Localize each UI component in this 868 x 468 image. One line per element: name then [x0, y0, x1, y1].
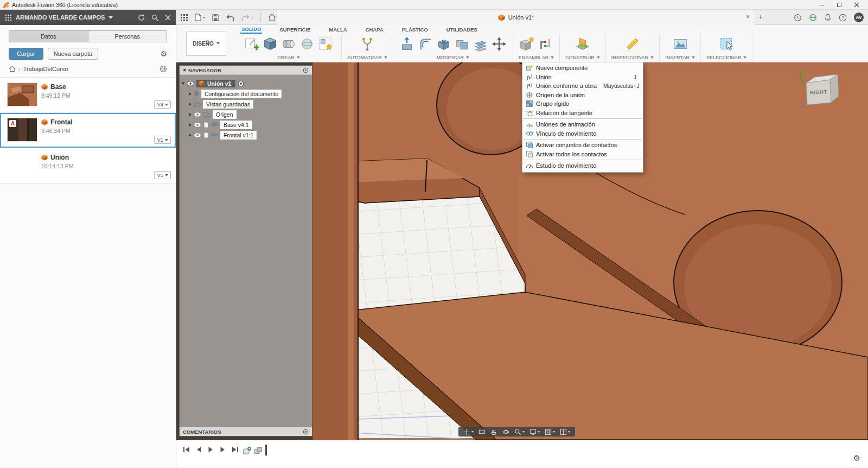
navigator-row-doc-settings[interactable]: ⚙ Configuración del documento: [182, 88, 310, 99]
team-caret-icon[interactable]: [108, 16, 113, 19]
viewport[interactable]: RIGHT NAVEGADOR Unión v1: [176, 62, 868, 440]
select-icon[interactable]: [718, 35, 735, 53]
document-card-frontal[interactable]: A Frontal 9:46:34 PM V1: [0, 113, 176, 148]
team-name[interactable]: ARMANDO VELARDE CAMPOS: [16, 14, 105, 21]
create-pattern-icon[interactable]: [317, 35, 334, 53]
visibility-eye-icon[interactable]: [194, 112, 201, 117]
menu-item-activar-todos[interactable]: Activar todos los contactos: [522, 150, 643, 159]
home-icon[interactable]: [9, 66, 16, 72]
shell-icon[interactable]: [436, 35, 452, 53]
menu-item-origen-union[interactable]: Origen de la unión: [522, 91, 643, 100]
minimize-button[interactable]: [813, 0, 831, 9]
insert-image-icon[interactable]: [672, 35, 688, 53]
version-chip[interactable]: V1: [154, 136, 171, 144]
automate-icon[interactable]: [359, 35, 375, 53]
menu-item-activar-conjuntos[interactable]: Activar conjuntos de contactos: [522, 141, 643, 150]
close-button[interactable]: [848, 0, 865, 9]
expand-caret-icon[interactable]: [189, 134, 192, 137]
group-label-modificar[interactable]: MODIFICAR: [436, 55, 469, 60]
dock-toolbar-button[interactable]: [463, 428, 474, 435]
version-chip[interactable]: V4: [154, 100, 171, 109]
group-label-ensamblar[interactable]: ENSAMBLAR: [519, 55, 554, 60]
fillet-icon[interactable]: [417, 35, 433, 53]
navigator-root-row[interactable]: Unión v1: [182, 78, 310, 88]
draft-icon[interactable]: [473, 35, 489, 53]
display-settings-button[interactable]: [529, 428, 540, 435]
skip-to-start-button[interactable]: [183, 446, 190, 453]
upload-button[interactable]: Cargar: [9, 48, 43, 60]
menu-item-vinculo-movimiento[interactable]: Vínculo de movimiento: [522, 129, 643, 138]
expand-caret-icon[interactable]: [189, 113, 192, 116]
version-chip[interactable]: V1: [154, 171, 171, 179]
press-pull-icon[interactable]: [399, 35, 415, 53]
globe-icon[interactable]: [159, 65, 167, 73]
expand-caret-icon[interactable]: [189, 123, 192, 127]
collapse-panel-icon[interactable]: [183, 68, 186, 72]
group-label-automatizar[interactable]: AUTOMATIZAR: [347, 55, 387, 60]
notifications-bell-icon[interactable]: [824, 14, 832, 22]
document-card-union[interactable]: Unión 10:14:13 PM V1: [0, 148, 176, 184]
construct-plane-icon[interactable]: [575, 35, 591, 53]
breadcrumb-folder[interactable]: TrabajoDelCurso: [23, 66, 68, 72]
step-back-button[interactable]: [196, 446, 202, 453]
create-sketch-icon[interactable]: [244, 35, 260, 53]
history-clock-icon[interactable]: [794, 14, 802, 22]
combine-icon[interactable]: [454, 35, 470, 53]
menu-item-relacion-tangente[interactable]: Relación de tangente: [522, 109, 643, 118]
tab-close-icon[interactable]: ×: [746, 13, 750, 21]
visibility-eye-icon[interactable]: [187, 81, 194, 86]
workspace-selector[interactable]: DISEÑO: [186, 31, 226, 56]
navigator-header[interactable]: NAVEGADOR: [180, 66, 312, 75]
redo-button[interactable]: [241, 14, 253, 21]
new-folder-button[interactable]: Nueva carpeta: [48, 48, 99, 60]
move-copy-icon[interactable]: [491, 35, 507, 53]
menu-item-union[interactable]: UniónJ: [522, 73, 643, 82]
menu-item-grupo-rigido[interactable]: Grupo rígido: [522, 99, 643, 109]
document-tab[interactable]: Unión v1* ×: [277, 10, 755, 25]
visibility-eye-icon[interactable]: [194, 122, 201, 128]
orbit-button[interactable]: [502, 428, 509, 435]
group-label-seleccionar[interactable]: SELECCIONAR: [706, 55, 747, 60]
comments-options-icon[interactable]: [303, 429, 309, 435]
ribbon-tab-chapa[interactable]: CHAPA: [365, 26, 385, 33]
document-card-base[interactable]: Base 9:49:12 PM V4: [0, 78, 176, 113]
comments-bar[interactable]: COMENTARIOS: [180, 427, 312, 436]
maximize-button[interactable]: [831, 0, 848, 9]
viewcube[interactable]: RIGHT: [799, 69, 847, 115]
navigator-root-label[interactable]: Unión v1: [196, 80, 235, 87]
close-panel-icon[interactable]: [165, 15, 171, 21]
expand-caret-icon[interactable]: [182, 82, 185, 85]
save-icon[interactable]: [212, 14, 219, 21]
group-label-insertar[interactable]: INSERTAR: [665, 55, 695, 60]
tab-personas[interactable]: Personas: [88, 31, 167, 42]
teams-grid-icon[interactable]: [5, 14, 12, 21]
home-view-icon[interactable]: [268, 14, 276, 21]
navigator-row-origin[interactable]: Origen: [182, 109, 310, 119]
group-label-crear[interactable]: CREAR: [277, 55, 300, 60]
search-icon[interactable]: [151, 14, 158, 21]
menu-item-union-conforme[interactable]: Unión conforme a obraMayúsculas+J: [522, 81, 643, 91]
timeline-component-marker[interactable]: [242, 446, 252, 456]
activate-radio-icon[interactable]: [238, 80, 244, 87]
measure-icon[interactable]: [624, 35, 641, 53]
help-icon[interactable]: ?: [839, 14, 847, 22]
ribbon-tab-solido[interactable]: SOLIDO: [240, 26, 262, 34]
skip-to-end-button[interactable]: [232, 446, 239, 453]
new-tab-icon[interactable]: +: [758, 12, 763, 21]
app-grid-icon[interactable]: [181, 14, 188, 21]
undo-icon[interactable]: [226, 14, 234, 21]
job-status-icon[interactable]: [809, 14, 817, 22]
timeline-playhead[interactable]: [265, 445, 267, 456]
joint-icon[interactable]: [537, 35, 553, 53]
ribbon-tab-utilidades[interactable]: UTILIDADES: [445, 26, 478, 33]
panel-settings-gear-icon[interactable]: ⚙: [160, 49, 167, 58]
file-menu-button[interactable]: [195, 14, 205, 21]
menu-item-uniones-animacion[interactable]: Uniones de animación: [522, 120, 643, 129]
menu-item-nuevo-componente[interactable]: Nuevo componente: [522, 64, 643, 73]
menu-item-estudio-movimiento[interactable]: Estudio de movimiento: [522, 161, 643, 170]
zoom-button[interactable]: [514, 428, 525, 435]
visibility-eye-icon[interactable]: [194, 132, 201, 138]
grid-snaps-button[interactable]: [545, 428, 555, 435]
viewports-button[interactable]: [560, 428, 570, 435]
timeline-component-marker[interactable]: [254, 446, 263, 456]
